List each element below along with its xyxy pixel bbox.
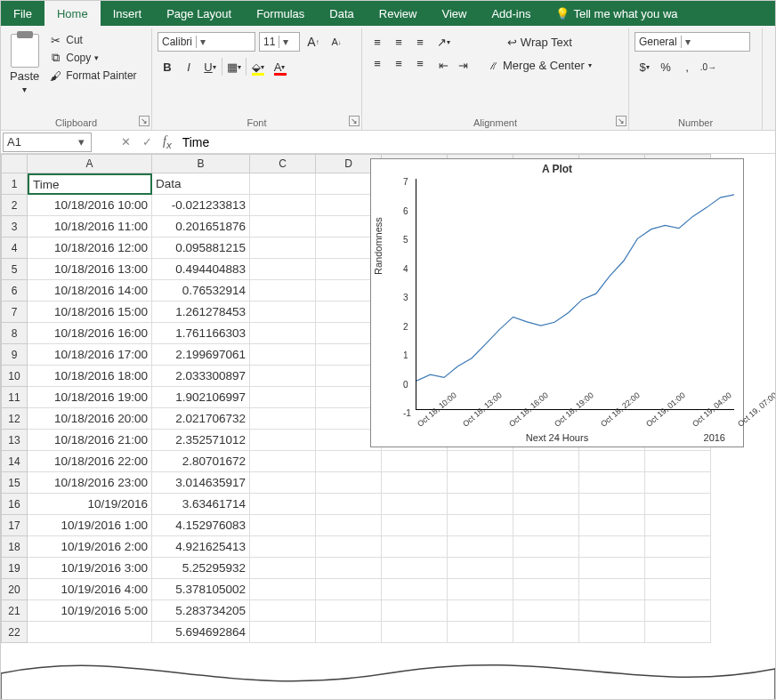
cell[interactable] xyxy=(250,622,316,643)
cell[interactable]: 10/19/2016 4:00 xyxy=(28,579,152,600)
select-all-corner[interactable] xyxy=(1,154,28,173)
cell[interactable] xyxy=(250,515,316,536)
cell[interactable]: 1.261278453 xyxy=(152,302,250,323)
font-color-button[interactable]: A▾ xyxy=(270,57,289,76)
tab-page-layout[interactable]: Page Layout xyxy=(154,1,244,26)
cell[interactable]: 1.761166303 xyxy=(152,323,250,344)
row-header[interactable]: 4 xyxy=(1,237,28,259)
row-header[interactable]: 2 xyxy=(1,195,28,216)
cell[interactable]: 0.494404883 xyxy=(152,259,250,280)
row-header[interactable]: 15 xyxy=(1,472,28,494)
row-header[interactable]: 8 xyxy=(1,323,28,344)
cell[interactable]: 10/19/2016 xyxy=(28,494,152,515)
cell[interactable]: 10/19/2016 3:00 xyxy=(28,558,152,579)
enter-formula-button[interactable]: ✓ xyxy=(136,132,158,153)
cell[interactable]: 4.152976083 xyxy=(152,515,250,536)
cell[interactable] xyxy=(645,600,711,622)
cell[interactable] xyxy=(382,622,448,643)
row-header[interactable]: 22 xyxy=(1,622,28,643)
cell[interactable] xyxy=(250,600,316,622)
row-header[interactable]: 1 xyxy=(1,173,28,195)
cell[interactable] xyxy=(316,472,382,494)
embedded-chart[interactable]: A Plot Randomness -101234567 Oct 18, 10:… xyxy=(370,158,744,447)
cell[interactable] xyxy=(579,558,645,579)
cell[interactable] xyxy=(448,558,513,579)
increase-font-button[interactable]: A↑ xyxy=(303,32,323,52)
format-painter-button[interactable]: 🖌Format Painter xyxy=(46,68,138,84)
row-header[interactable]: 6 xyxy=(1,280,28,302)
cell[interactable]: 10/18/2016 18:00 xyxy=(28,366,152,387)
cell[interactable]: 2.352571012 xyxy=(152,430,250,451)
cell[interactable] xyxy=(250,387,316,408)
cell[interactable] xyxy=(645,536,711,558)
cell[interactable] xyxy=(382,451,448,472)
font-size-combo[interactable]: 11▾ xyxy=(259,32,300,52)
number-format-combo[interactable]: General▾ xyxy=(635,32,750,52)
cell[interactable]: 10/18/2016 14:00 xyxy=(28,280,152,302)
cell[interactable] xyxy=(382,558,448,579)
cell[interactable] xyxy=(513,472,579,494)
row-header[interactable]: 11 xyxy=(1,387,28,408)
cell[interactable] xyxy=(316,600,382,622)
merge-center-button[interactable]: ⫽Merge & Center▾ xyxy=(481,55,598,75)
cell[interactable] xyxy=(250,323,316,344)
row-header[interactable]: 18 xyxy=(1,536,28,558)
cell[interactable] xyxy=(250,280,316,302)
cell[interactable] xyxy=(448,494,513,515)
row-header[interactable]: 16 xyxy=(1,494,28,515)
cell[interactable]: 1.902106997 xyxy=(152,387,250,408)
cell[interactable] xyxy=(513,622,579,643)
tab-formulas[interactable]: Formulas xyxy=(244,1,317,26)
cell[interactable] xyxy=(250,408,316,430)
cell[interactable]: 10/19/2016 1:00 xyxy=(28,515,152,536)
cell[interactable] xyxy=(579,536,645,558)
cell[interactable] xyxy=(316,579,382,600)
cell[interactable] xyxy=(316,558,382,579)
cell[interactable] xyxy=(448,451,513,472)
comma-button[interactable]: , xyxy=(677,57,697,76)
cell[interactable]: 10/18/2016 23:00 xyxy=(28,472,152,494)
cell[interactable] xyxy=(250,259,316,280)
wrap-text-button[interactable]: ↩Wrap Text xyxy=(481,32,598,52)
cell[interactable] xyxy=(448,472,513,494)
cell[interactable] xyxy=(448,579,513,600)
cell[interactable] xyxy=(513,536,579,558)
dialog-launcher-alignment[interactable]: ↘ xyxy=(616,116,626,126)
cell[interactable]: Data xyxy=(152,173,250,195)
cell[interactable]: 10/18/2016 10:00 xyxy=(28,195,152,216)
cell[interactable] xyxy=(382,515,448,536)
align-middle-button[interactable]: ≡ xyxy=(389,32,408,52)
cell[interactable] xyxy=(316,622,382,643)
align-center-button[interactable]: ≡ xyxy=(389,53,408,73)
row-header[interactable]: 7 xyxy=(1,302,28,323)
cell[interactable]: 10/18/2016 16:00 xyxy=(28,323,152,344)
cell[interactable] xyxy=(382,472,448,494)
cell[interactable] xyxy=(645,494,711,515)
cell[interactable] xyxy=(316,536,382,558)
orientation-button[interactable]: ↗▾ xyxy=(433,32,453,52)
cell[interactable] xyxy=(645,558,711,579)
tab-addins[interactable]: Add-ins xyxy=(479,1,543,26)
cell[interactable] xyxy=(579,494,645,515)
cell[interactable] xyxy=(579,600,645,622)
copy-button[interactable]: ⧉Copy▾ xyxy=(46,50,138,66)
cell[interactable]: 5.378105002 xyxy=(152,579,250,600)
cell[interactable] xyxy=(250,472,316,494)
cell[interactable] xyxy=(579,472,645,494)
cell[interactable] xyxy=(250,558,316,579)
cell[interactable] xyxy=(250,579,316,600)
chevron-down-icon[interactable]: ▾ xyxy=(196,36,208,48)
cell[interactable] xyxy=(382,600,448,622)
formula-input[interactable] xyxy=(177,132,775,153)
tab-data[interactable]: Data xyxy=(317,1,366,26)
cell[interactable]: 10/18/2016 20:00 xyxy=(28,408,152,430)
increase-indent-button[interactable]: ⇥ xyxy=(453,55,473,75)
cell[interactable] xyxy=(448,622,513,643)
cell[interactable]: 5.283734205 xyxy=(152,600,250,622)
cell[interactable] xyxy=(448,536,513,558)
tab-view[interactable]: View xyxy=(429,1,479,26)
cell[interactable] xyxy=(250,451,316,472)
underline-button[interactable]: U▾ xyxy=(200,57,220,76)
cell[interactable] xyxy=(250,430,316,451)
cell[interactable] xyxy=(513,579,579,600)
